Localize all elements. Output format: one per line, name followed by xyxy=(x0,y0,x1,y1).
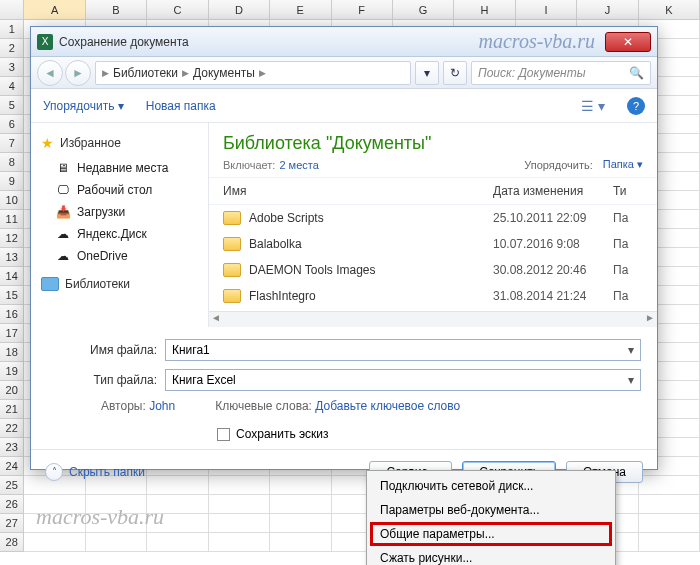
col-date[interactable]: Дата изменения xyxy=(493,184,613,198)
sidebar-item-desktop[interactable]: 🖵Рабочий стол xyxy=(31,179,208,201)
onedrive-icon: ☁ xyxy=(55,248,71,264)
favorites-heading: ★ Избранное xyxy=(31,133,208,157)
horizontal-scrollbar[interactable] xyxy=(209,311,657,327)
sidebar-item-onedrive[interactable]: ☁OneDrive xyxy=(31,245,208,267)
forward-button[interactable]: ► xyxy=(65,60,91,86)
chevron-up-icon: ˄ xyxy=(45,463,63,481)
recent-icon: 🖥 xyxy=(55,160,71,176)
watermark: macros-vba.ru xyxy=(189,30,605,53)
library-title: Библиотека "Документы" xyxy=(223,133,643,154)
filename-label: Имя файла: xyxy=(47,343,157,357)
libraries-heading[interactable]: Библиотеки xyxy=(31,267,208,291)
folder-icon xyxy=(223,237,241,251)
breadcrumb-libs[interactable]: Библиотеки xyxy=(113,66,178,80)
close-button[interactable]: ✕ xyxy=(605,32,651,52)
authors-label: Авторы: xyxy=(101,399,146,413)
dropdown-item-network-drive[interactable]: Подключить сетевой диск... xyxy=(370,474,612,498)
search-input[interactable]: Поиск: Документы 🔍 xyxy=(471,61,651,85)
dialog-title: Сохранение документа xyxy=(59,35,189,49)
includes-link[interactable]: 2 места xyxy=(279,159,318,171)
filetype-select[interactable]: Книга Excel xyxy=(165,369,641,391)
nav-bar: ◄ ► ▶ Библиотеки ▶ Документы ▶ ▾ ↻ Поиск… xyxy=(31,57,657,89)
sidebar-item-downloads[interactable]: 📥Загрузки xyxy=(31,201,208,223)
view-options-button[interactable]: ☰ ▾ xyxy=(581,98,605,114)
chevron-right-icon: ▶ xyxy=(182,68,189,78)
dropdown-item-compress-pictures[interactable]: Сжать рисунки... xyxy=(370,546,612,565)
library-icon xyxy=(41,277,59,291)
star-icon: ★ xyxy=(41,135,54,151)
chevron-right-icon: ▶ xyxy=(259,68,266,78)
filetype-label: Тип файла: xyxy=(47,373,157,387)
file-row[interactable]: FlashIntegro31.08.2014 21:24Па xyxy=(209,283,657,309)
form-area: Имя файла: Книга1 Тип файла: Книга Excel… xyxy=(31,327,657,449)
folder-icon xyxy=(223,289,241,303)
folder-icon xyxy=(223,211,241,225)
organize-button[interactable]: Упорядочить ▾ xyxy=(43,99,124,113)
dropdown-history-button[interactable]: ▾ xyxy=(415,61,439,85)
includes-label: Включает: xyxy=(223,159,275,171)
downloads-icon: 📥 xyxy=(55,204,71,220)
excel-icon: X xyxy=(37,34,53,50)
search-icon: 🔍 xyxy=(629,66,644,80)
thumbnail-label: Сохранить эскиз xyxy=(236,427,329,441)
sidebar: ★ Избранное 🖥Недавние места 🖵Рабочий сто… xyxy=(31,123,209,327)
column-headers[interactable]: Имя Дата изменения Ти xyxy=(209,177,657,205)
cloud-icon: ☁ xyxy=(55,226,71,242)
filename-input[interactable]: Книга1 xyxy=(165,339,641,361)
sort-label: Упорядочить: xyxy=(524,159,593,171)
dropdown-item-general-options[interactable]: Общие параметры... xyxy=(370,522,612,546)
save-dialog: X Сохранение документа macros-vba.ru ✕ ◄… xyxy=(30,26,658,470)
toolbar: Упорядочить ▾ Новая папка ☰ ▾ ? xyxy=(31,89,657,123)
address-bar[interactable]: ▶ Библиотеки ▶ Документы ▶ xyxy=(95,61,411,85)
main-pane: Библиотека "Документы" Включает: 2 места… xyxy=(209,123,657,327)
help-button[interactable]: ? xyxy=(627,97,645,115)
back-button[interactable]: ◄ xyxy=(37,60,63,86)
file-list: Adobe Scripts25.10.2011 22:09ПаBalabolka… xyxy=(209,205,657,311)
authors-value[interactable]: John xyxy=(149,399,175,413)
chevron-right-icon: ▶ xyxy=(102,68,109,78)
refresh-button[interactable]: ↻ xyxy=(443,61,467,85)
thumbnail-checkbox[interactable] xyxy=(217,428,230,441)
keywords-value[interactable]: Добавьте ключевое слово xyxy=(315,399,460,413)
dropdown-item-web-options[interactable]: Параметры веб-документа... xyxy=(370,498,612,522)
new-folder-button[interactable]: Новая папка xyxy=(146,99,216,113)
hide-folders-button[interactable]: ˄Скрыть папки xyxy=(45,463,145,481)
tools-dropdown: Подключить сетевой диск... Параметры веб… xyxy=(366,470,616,565)
file-row[interactable]: Adobe Scripts25.10.2011 22:09Па xyxy=(209,205,657,231)
titlebar: X Сохранение документа macros-vba.ru ✕ xyxy=(31,27,657,57)
folder-icon xyxy=(223,263,241,277)
breadcrumb-docs[interactable]: Документы xyxy=(193,66,255,80)
sidebar-item-yandex[interactable]: ☁Яндекс.Диск xyxy=(31,223,208,245)
sort-value[interactable]: Папка ▾ xyxy=(603,158,643,171)
keywords-label: Ключевые слова: xyxy=(215,399,312,413)
sidebar-item-recent[interactable]: 🖥Недавние места xyxy=(31,157,208,179)
col-name[interactable]: Имя xyxy=(223,184,493,198)
file-row[interactable]: DAEMON Tools Images30.08.2012 20:46Па xyxy=(209,257,657,283)
file-row[interactable]: Balabolka10.07.2016 9:08Па xyxy=(209,231,657,257)
col-type[interactable]: Ти xyxy=(613,184,643,198)
search-placeholder: Поиск: Документы xyxy=(478,66,586,80)
desktop-icon: 🖵 xyxy=(55,182,71,198)
